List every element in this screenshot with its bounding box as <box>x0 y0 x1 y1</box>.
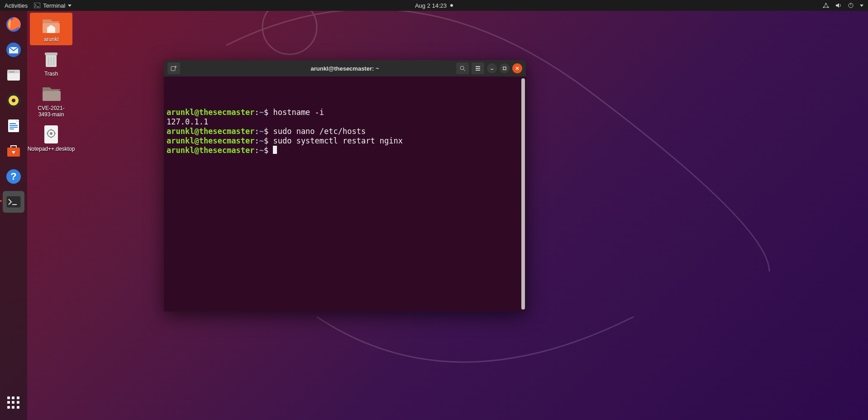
app-menu-label: Terminal <box>43 2 65 9</box>
terminal-body[interactable]: arunkl@thesecmaster:~$ hostname -i127.0.… <box>164 76 526 311</box>
search-icon <box>459 65 466 72</box>
maximize-icon <box>502 66 507 71</box>
desktop-icon-label: Trash <box>44 71 58 77</box>
close-button[interactable] <box>512 63 522 73</box>
terminal-line: arunkl@thesecmaster:~$ <box>167 146 521 155</box>
grid-icon <box>7 396 20 409</box>
scrollbar[interactable] <box>521 78 525 310</box>
desktop-icons: arunklTrashCVE-2021-3493-mainNotepad++.d… <box>30 13 72 155</box>
svg-rect-26 <box>45 52 57 55</box>
desktop-icon-home[interactable]: arunkl <box>30 13 72 45</box>
svg-line-36 <box>463 69 465 71</box>
desktop-icon-label: CVE-2021-3493-main <box>31 105 72 118</box>
maximize-button[interactable] <box>500 63 510 73</box>
prompt-dollar: $ <box>264 146 268 155</box>
terminal-window: arunkl@thesecmaster: ~ arunkl@thesecmast… <box>164 60 526 311</box>
hamburger-icon <box>475 65 481 72</box>
show-applications[interactable] <box>3 392 24 414</box>
prompt-dollar: $ <box>264 127 268 136</box>
prompt-sep: : <box>254 127 259 136</box>
network-icon[interactable] <box>823 3 829 8</box>
notification-dot-icon <box>450 4 453 7</box>
top-bar: Activities Terminal Aug 2 14:23 <box>0 0 868 11</box>
tab-plus-icon <box>171 65 177 72</box>
terminal-line: arunkl@thesecmaster:~$ sudo systemctl re… <box>167 136 521 146</box>
desktop-icon-folder[interactable]: CVE-2021-3493-main <box>30 81 72 120</box>
folder-icon <box>40 84 62 103</box>
minimize-icon <box>490 66 494 71</box>
new-tab-button[interactable] <box>167 62 180 74</box>
prompt-user: arunkl@thesecmaster <box>167 136 254 145</box>
prompt-path: ~ <box>259 108 264 117</box>
dock-app-help[interactable]: ? <box>3 166 24 187</box>
svg-rect-16 <box>10 123 16 124</box>
app-menu[interactable]: Terminal <box>34 2 72 9</box>
terminal-line: arunkl@thesecmaster:~$ hostname -i <box>167 108 521 117</box>
desktop-icon-label: arunkl <box>44 36 59 43</box>
svg-rect-11 <box>9 72 14 72</box>
desktop-icon-trash[interactable]: Trash <box>30 47 72 80</box>
clock-text: Aug 2 14:23 <box>415 2 447 9</box>
svg-rect-19 <box>10 129 14 129</box>
trash-icon <box>40 50 62 69</box>
search-button[interactable] <box>456 62 469 74</box>
terminal-title: arunkl@thesecmaster: ~ <box>310 65 379 72</box>
terminal-command: sudo systemctl restart nginx <box>273 136 403 145</box>
svg-point-35 <box>460 66 464 70</box>
prompt-sep: : <box>254 136 259 145</box>
clock[interactable]: Aug 2 14:23 <box>415 2 453 9</box>
prompt-dollar: $ <box>264 136 268 145</box>
file-icon <box>40 125 62 144</box>
prompt-path: ~ <box>259 146 264 155</box>
dock: ? <box>0 11 27 420</box>
svg-point-14 <box>12 99 15 102</box>
svg-rect-41 <box>503 67 506 70</box>
dock-app-thunderbird[interactable] <box>3 39 24 61</box>
dock-app-rhythmbox[interactable] <box>3 90 24 111</box>
power-icon[interactable] <box>848 3 854 8</box>
prompt-user: arunkl@thesecmaster <box>167 146 254 155</box>
prompt-sep: : <box>254 108 259 117</box>
svg-point-33 <box>50 132 52 135</box>
svg-rect-23 <box>6 196 21 208</box>
terminal-icon <box>34 3 40 8</box>
chevron-down-icon <box>68 5 72 7</box>
volume-icon[interactable] <box>835 3 842 8</box>
close-icon <box>515 66 520 71</box>
dock-app-writer[interactable] <box>3 115 24 137</box>
prompt-path: ~ <box>259 127 264 136</box>
chevron-down-icon[interactable] <box>860 5 863 7</box>
prompt-user: arunkl@thesecmaster <box>167 127 254 136</box>
dock-app-terminal[interactable] <box>3 191 24 213</box>
dock-app-firefox[interactable] <box>3 14 24 35</box>
terminal-line: 127.0.1.1 <box>167 117 521 127</box>
svg-rect-1 <box>34 3 40 8</box>
cursor <box>273 146 277 154</box>
minimize-button[interactable] <box>487 63 497 73</box>
prompt-user: arunkl@thesecmaster <box>167 108 254 117</box>
svg-rect-30 <box>43 91 61 101</box>
prompt-path: ~ <box>259 136 264 145</box>
svg-rect-18 <box>10 127 18 128</box>
activities-button[interactable]: Activities <box>5 2 28 9</box>
terminal-output: 127.0.1.1 <box>167 117 208 126</box>
desktop-icon-file[interactable]: Notepad++.desktop <box>30 122 72 155</box>
prompt-dollar: $ <box>264 108 268 117</box>
terminal-line: arunkl@thesecmaster:~$ sudo nano /etc/ho… <box>167 127 521 136</box>
hamburger-menu-button[interactable] <box>472 62 484 74</box>
svg-rect-17 <box>10 125 18 126</box>
svg-text:?: ? <box>10 171 16 182</box>
dock-app-files[interactable] <box>3 64 24 86</box>
terminal-titlebar[interactable]: arunkl@thesecmaster: ~ <box>164 60 526 76</box>
home-icon <box>40 15 62 34</box>
terminal-command: hostname -i <box>273 108 324 117</box>
desktop-icon-label: Notepad++.desktop <box>28 146 75 152</box>
dock-app-software[interactable] <box>3 140 24 162</box>
terminal-command: sudo nano /etc/hosts <box>273 127 366 136</box>
svg-rect-34 <box>171 67 175 71</box>
prompt-sep: : <box>254 146 259 155</box>
